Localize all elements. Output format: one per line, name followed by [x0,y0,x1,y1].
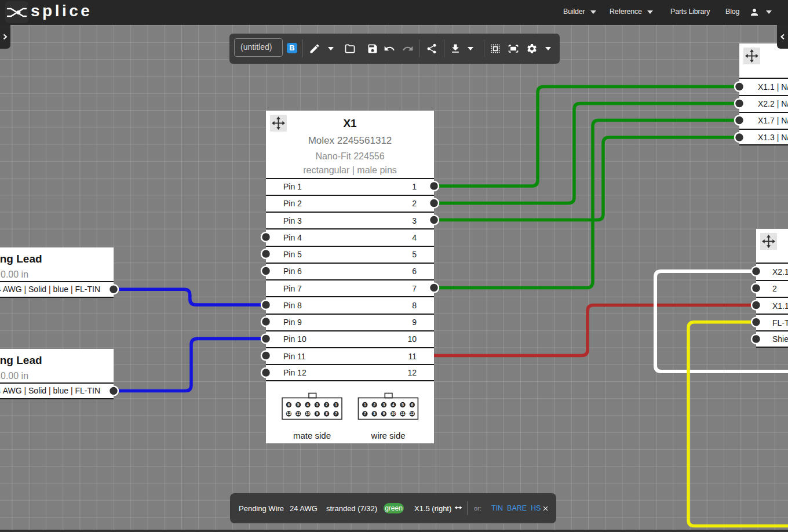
svg-text:6: 6 [411,402,413,406]
svg-text:9: 9 [316,411,318,416]
svg-text:2: 2 [326,402,328,406]
svg-text:10: 10 [391,411,396,416]
svg-text:12: 12 [287,411,291,416]
svg-text:12: 12 [410,411,415,416]
svg-text:4: 4 [392,402,395,406]
svg-text:8: 8 [326,411,328,416]
svg-text:3: 3 [383,402,385,406]
svg-text:wire side: wire side [370,430,405,440]
svg-text:mate side: mate side [293,430,331,440]
svg-text:11: 11 [296,411,300,416]
svg-text:5: 5 [297,402,300,406]
svg-text:2: 2 [373,402,375,406]
svg-text:4: 4 [307,402,309,406]
svg-text:10: 10 [305,411,310,416]
svg-text:7: 7 [335,411,337,416]
svg-text:8: 8 [373,411,375,416]
svg-text:5: 5 [402,402,404,406]
svg-text:6: 6 [288,402,290,406]
svg-text:3: 3 [316,402,318,406]
svg-text:11: 11 [400,411,404,416]
svg-text:7: 7 [364,411,366,416]
svg-text:9: 9 [383,411,385,416]
svg-text:1: 1 [364,402,366,406]
svg-text:1: 1 [335,402,337,406]
